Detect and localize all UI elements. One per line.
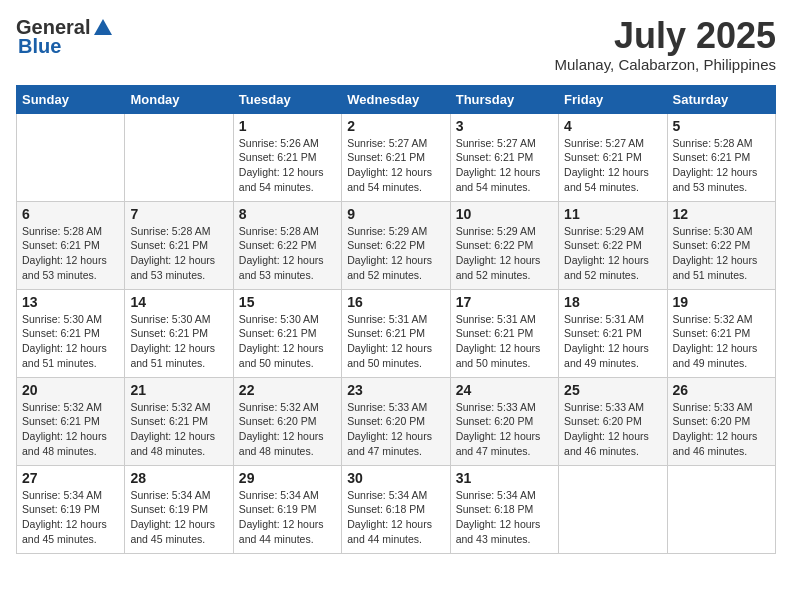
calendar-cell [125,113,233,201]
day-number: 4 [564,118,661,134]
logo-blue: Blue [16,35,61,58]
day-number: 9 [347,206,444,222]
calendar-cell: 20Sunrise: 5:32 AMSunset: 6:21 PMDayligh… [17,377,125,465]
day-info: Sunrise: 5:29 AMSunset: 6:22 PMDaylight:… [456,224,553,283]
weekday-header: Saturday [667,85,775,113]
calendar-cell: 16Sunrise: 5:31 AMSunset: 6:21 PMDayligh… [342,289,450,377]
day-info: Sunrise: 5:34 AMSunset: 6:18 PMDaylight:… [456,488,553,547]
calendar-cell: 17Sunrise: 5:31 AMSunset: 6:21 PMDayligh… [450,289,558,377]
day-number: 30 [347,470,444,486]
month-title: July 2025 [554,16,776,56]
day-info: Sunrise: 5:27 AMSunset: 6:21 PMDaylight:… [456,136,553,195]
calendar-cell: 22Sunrise: 5:32 AMSunset: 6:20 PMDayligh… [233,377,341,465]
calendar-cell: 8Sunrise: 5:28 AMSunset: 6:22 PMDaylight… [233,201,341,289]
day-info: Sunrise: 5:28 AMSunset: 6:22 PMDaylight:… [239,224,336,283]
calendar-cell: 1Sunrise: 5:26 AMSunset: 6:21 PMDaylight… [233,113,341,201]
day-info: Sunrise: 5:27 AMSunset: 6:21 PMDaylight:… [564,136,661,195]
calendar-cell [559,465,667,553]
calendar-cell [17,113,125,201]
day-info: Sunrise: 5:32 AMSunset: 6:20 PMDaylight:… [239,400,336,459]
day-info: Sunrise: 5:29 AMSunset: 6:22 PMDaylight:… [564,224,661,283]
weekday-header: Monday [125,85,233,113]
day-info: Sunrise: 5:33 AMSunset: 6:20 PMDaylight:… [347,400,444,459]
day-number: 12 [673,206,770,222]
calendar-cell: 29Sunrise: 5:34 AMSunset: 6:19 PMDayligh… [233,465,341,553]
calendar-cell: 19Sunrise: 5:32 AMSunset: 6:21 PMDayligh… [667,289,775,377]
weekday-header: Wednesday [342,85,450,113]
day-number: 26 [673,382,770,398]
calendar-week-row: 6Sunrise: 5:28 AMSunset: 6:21 PMDaylight… [17,201,776,289]
calendar-cell: 24Sunrise: 5:33 AMSunset: 6:20 PMDayligh… [450,377,558,465]
day-number: 13 [22,294,119,310]
day-info: Sunrise: 5:31 AMSunset: 6:21 PMDaylight:… [456,312,553,371]
day-info: Sunrise: 5:31 AMSunset: 6:21 PMDaylight:… [564,312,661,371]
calendar-week-row: 1Sunrise: 5:26 AMSunset: 6:21 PMDaylight… [17,113,776,201]
day-number: 2 [347,118,444,134]
day-info: Sunrise: 5:30 AMSunset: 6:22 PMDaylight:… [673,224,770,283]
day-number: 16 [347,294,444,310]
calendar-cell: 5Sunrise: 5:28 AMSunset: 6:21 PMDaylight… [667,113,775,201]
day-number: 21 [130,382,227,398]
logo: General Blue [16,16,114,58]
day-info: Sunrise: 5:33 AMSunset: 6:20 PMDaylight:… [673,400,770,459]
day-number: 8 [239,206,336,222]
day-number: 14 [130,294,227,310]
day-number: 10 [456,206,553,222]
calendar-cell: 23Sunrise: 5:33 AMSunset: 6:20 PMDayligh… [342,377,450,465]
calendar-cell: 21Sunrise: 5:32 AMSunset: 6:21 PMDayligh… [125,377,233,465]
weekday-header: Friday [559,85,667,113]
day-info: Sunrise: 5:30 AMSunset: 6:21 PMDaylight:… [239,312,336,371]
calendar-cell: 28Sunrise: 5:34 AMSunset: 6:19 PMDayligh… [125,465,233,553]
day-info: Sunrise: 5:34 AMSunset: 6:18 PMDaylight:… [347,488,444,547]
calendar-week-row: 20Sunrise: 5:32 AMSunset: 6:21 PMDayligh… [17,377,776,465]
calendar-cell [667,465,775,553]
day-number: 6 [22,206,119,222]
day-number: 20 [22,382,119,398]
svg-marker-0 [94,19,112,35]
location: Mulanay, Calabarzon, Philippines [554,56,776,73]
calendar-table: SundayMondayTuesdayWednesdayThursdayFrid… [16,85,776,554]
page-header: General Blue July 2025 Mulanay, Calabarz… [16,16,776,73]
calendar-cell: 2Sunrise: 5:27 AMSunset: 6:21 PMDaylight… [342,113,450,201]
weekday-header: Thursday [450,85,558,113]
calendar-cell: 15Sunrise: 5:30 AMSunset: 6:21 PMDayligh… [233,289,341,377]
calendar-cell: 30Sunrise: 5:34 AMSunset: 6:18 PMDayligh… [342,465,450,553]
day-info: Sunrise: 5:26 AMSunset: 6:21 PMDaylight:… [239,136,336,195]
calendar-cell: 26Sunrise: 5:33 AMSunset: 6:20 PMDayligh… [667,377,775,465]
day-info: Sunrise: 5:33 AMSunset: 6:20 PMDaylight:… [564,400,661,459]
calendar-cell: 3Sunrise: 5:27 AMSunset: 6:21 PMDaylight… [450,113,558,201]
day-info: Sunrise: 5:33 AMSunset: 6:20 PMDaylight:… [456,400,553,459]
day-info: Sunrise: 5:28 AMSunset: 6:21 PMDaylight:… [673,136,770,195]
day-info: Sunrise: 5:30 AMSunset: 6:21 PMDaylight:… [130,312,227,371]
calendar-cell: 25Sunrise: 5:33 AMSunset: 6:20 PMDayligh… [559,377,667,465]
day-info: Sunrise: 5:28 AMSunset: 6:21 PMDaylight:… [130,224,227,283]
day-info: Sunrise: 5:28 AMSunset: 6:21 PMDaylight:… [22,224,119,283]
calendar-cell: 6Sunrise: 5:28 AMSunset: 6:21 PMDaylight… [17,201,125,289]
calendar-cell: 4Sunrise: 5:27 AMSunset: 6:21 PMDaylight… [559,113,667,201]
day-number: 31 [456,470,553,486]
calendar-cell: 14Sunrise: 5:30 AMSunset: 6:21 PMDayligh… [125,289,233,377]
day-number: 15 [239,294,336,310]
calendar-cell: 13Sunrise: 5:30 AMSunset: 6:21 PMDayligh… [17,289,125,377]
day-number: 5 [673,118,770,134]
day-number: 22 [239,382,336,398]
logo-icon [92,17,114,39]
day-number: 24 [456,382,553,398]
calendar-cell: 7Sunrise: 5:28 AMSunset: 6:21 PMDaylight… [125,201,233,289]
day-info: Sunrise: 5:34 AMSunset: 6:19 PMDaylight:… [22,488,119,547]
day-number: 23 [347,382,444,398]
calendar-week-row: 13Sunrise: 5:30 AMSunset: 6:21 PMDayligh… [17,289,776,377]
calendar-cell: 27Sunrise: 5:34 AMSunset: 6:19 PMDayligh… [17,465,125,553]
day-number: 27 [22,470,119,486]
day-info: Sunrise: 5:27 AMSunset: 6:21 PMDaylight:… [347,136,444,195]
day-info: Sunrise: 5:30 AMSunset: 6:21 PMDaylight:… [22,312,119,371]
day-number: 25 [564,382,661,398]
day-number: 11 [564,206,661,222]
day-number: 7 [130,206,227,222]
weekday-header: Tuesday [233,85,341,113]
day-info: Sunrise: 5:31 AMSunset: 6:21 PMDaylight:… [347,312,444,371]
day-number: 1 [239,118,336,134]
calendar-cell: 10Sunrise: 5:29 AMSunset: 6:22 PMDayligh… [450,201,558,289]
day-info: Sunrise: 5:34 AMSunset: 6:19 PMDaylight:… [239,488,336,547]
day-number: 28 [130,470,227,486]
